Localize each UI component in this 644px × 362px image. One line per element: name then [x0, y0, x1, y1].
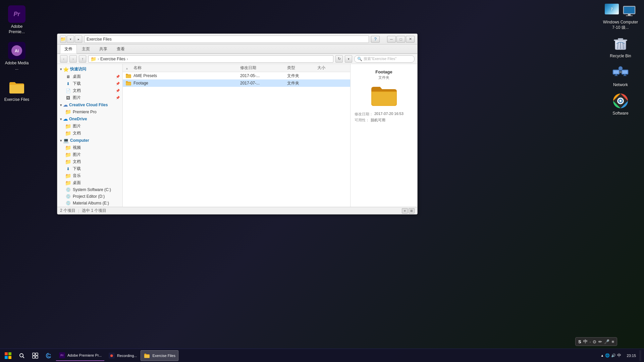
sidebar-documents[interactable]: 📄 文档 📌 [57, 87, 122, 94]
breadcrumb-bar[interactable]: 📁 › Exercise Files › [88, 55, 333, 63]
premiere-taskbar-label: Adobe Premiere Pr... [67, 353, 102, 357]
sidebar-comp-desktop[interactable]: 📁 桌面 [57, 179, 122, 186]
refresh-button[interactable]: ↻ [335, 55, 343, 63]
maximize-button[interactable]: □ [396, 36, 405, 43]
table-row[interactable]: Footage 2017-07-... 文件夹 [123, 79, 350, 87]
edge-icon [45, 352, 52, 359]
sidebar-music[interactable]: 📁 音乐 [57, 172, 122, 179]
exercise-files-desktop-icon[interactable]: Exercise Files [2, 76, 32, 105]
sidebar-drive-c[interactable]: 💿 System Software (C:) [57, 186, 122, 193]
nav-dropdown[interactable]: ▾ [345, 55, 352, 63]
col-type-header[interactable]: 类型 [287, 65, 317, 71]
clock[interactable]: 23:15 [625, 354, 637, 358]
videos-label: 视频 [73, 145, 81, 150]
comp-icon: 💻 [63, 138, 69, 143]
exercise-label: Exercise Files [4, 97, 30, 103]
close-button[interactable]: ✕ [406, 36, 415, 43]
meta-modified-row: 修改日期： 2017-07-20 16:53 [355, 112, 413, 117]
sidebar-comp-downloads[interactable]: ⬇ 下载 [57, 165, 122, 172]
adobe-media-icon[interactable]: Ai Adobe Media ... [2, 40, 32, 73]
svg-rect-37 [33, 356, 35, 358]
ime-menu[interactable]: ≡ [611, 339, 614, 344]
search-taskbar-icon [18, 352, 25, 359]
col-size-header[interactable]: 大小 [317, 65, 347, 71]
quick-access-label: 快速访问 [70, 66, 86, 72]
col-name-header[interactable]: 名称 [133, 65, 240, 71]
sort-indicator[interactable]: ▲ [125, 66, 131, 70]
taskbar-edge[interactable] [42, 350, 55, 361]
ame-date: 2017-05-... [240, 73, 287, 78]
tray-ime-cn[interactable]: 中 [617, 353, 621, 358]
adobe-premiere-icon[interactable]: Pr Adobe Premie... [2, 3, 32, 37]
sidebar-od-documents[interactable]: 📁 文档 [57, 130, 122, 137]
sidebar-od-pictures[interactable]: 📁 图片 [57, 123, 122, 130]
music-label: 音乐 [73, 173, 81, 179]
sidebar-pictures[interactable]: 🖼 图片 📌 [57, 94, 122, 101]
breadcrumb-nav-1[interactable]: ▾ [67, 36, 74, 43]
recording-taskbar-label: Recording... [117, 354, 137, 358]
ame-name: AME Presets [133, 73, 240, 78]
sidebar-comp-documents[interactable]: 📁 文档 [57, 158, 122, 165]
tray-speaker-icon[interactable]: 🔊 [611, 353, 616, 358]
sidebar-drive-d[interactable]: 💿 Project Editor (D:) [57, 193, 122, 200]
network-icon[interactable]: Network [600, 62, 641, 90]
help-button[interactable]: ? [371, 36, 380, 43]
sidebar-comp-pictures[interactable]: 📁 图片 [57, 151, 122, 158]
svg-rect-4 [628, 14, 631, 15]
quick-access-header[interactable]: ▾ ⭐ 快速访问 [57, 65, 122, 73]
table-row[interactable]: AME Presets 2017-05-... 文件夹 [123, 72, 350, 79]
col-date-header[interactable]: 修改日期 [240, 65, 287, 71]
back-button[interactable]: ‹ [60, 55, 67, 63]
show-desktop-btn[interactable] [639, 350, 641, 361]
ime-pen[interactable]: ✏ [598, 339, 602, 344]
drive-e-label: Material Albums (E:) [73, 201, 109, 205]
svg-rect-8 [614, 40, 627, 41]
creative-cloud-header[interactable]: ▾ ☁ Creative Cloud Files [57, 101, 122, 109]
sidebar-desktop[interactable]: 🖥 桌面 📌 [57, 73, 122, 80]
svg-rect-19 [624, 74, 626, 75]
preview-folder-icon [371, 84, 397, 108]
sidebar-videos[interactable]: 📁 视频 [57, 144, 122, 151]
tray-up-arrow[interactable]: ▲ [601, 354, 604, 357]
availability-value: 脱机可用 [371, 118, 385, 123]
list-view-btn[interactable]: ≡ [402, 208, 408, 214]
taskbar-exercise[interactable]: Exercise Files [141, 350, 178, 361]
ime-mic[interactable]: 🎤 [604, 339, 609, 344]
detail-view-btn[interactable]: ⊞ [409, 208, 415, 214]
folder-icon-btn[interactable]: 📁 [60, 36, 66, 43]
windows-computer-icon[interactable]: 7 Windows Computer 7-10 级... [599, 2, 642, 32]
title-bar: 📁 ▾ ▸ Exercise Files ? ─ □ ✕ [57, 34, 417, 45]
search-box[interactable]: 🔍 搜索"Exercise Files" [354, 55, 415, 63]
tab-home[interactable]: 主页 [77, 45, 94, 53]
comp-desktop-icon: 📁 [65, 180, 71, 186]
cc-chevron: ▾ [60, 103, 62, 107]
software-icon[interactable]: Software [600, 90, 641, 118]
drive-d-icon: 💿 [65, 194, 71, 199]
computer-header[interactable]: ▾ 💻 Computer [57, 137, 122, 144]
tab-view[interactable]: 查看 [112, 45, 129, 53]
sidebar-premiere-pro[interactable]: 📁 Premiere Pro [57, 109, 122, 115]
minimize-button[interactable]: ─ [387, 36, 396, 43]
ime-cn[interactable]: 中 [583, 339, 588, 345]
ime-circle[interactable]: ⊙ [593, 339, 596, 344]
onedrive-header[interactable]: ▾ ☁ OneDrive [57, 115, 122, 123]
ime-s[interactable]: S [578, 339, 581, 344]
taskbar: Pr Adobe Premiere Pr... ⏺ Recording... E… [0, 349, 644, 362]
forward-button[interactable]: › [69, 55, 77, 63]
start-button[interactable] [1, 350, 15, 362]
tab-share[interactable]: 共享 [95, 45, 112, 53]
taskbar-recording[interactable]: ⏺ Recording... [105, 350, 140, 361]
taskbar-search[interactable] [15, 350, 28, 361]
sidebar-downloads[interactable]: ⬇ 下载 📌 [57, 80, 122, 87]
sidebar-drive-e[interactable]: 💿 Material Albums (E:) [57, 200, 122, 206]
tab-file[interactable]: 文件 [60, 45, 77, 54]
recycle-bin-icon[interactable]: Recycle Bin [600, 33, 641, 61]
ime-dot[interactable]: · [590, 339, 591, 344]
svg-rect-38 [36, 356, 38, 358]
up-button[interactable]: ↑ [79, 55, 86, 63]
network-icon-img [612, 64, 629, 81]
recent-folders-btn[interactable]: ▸ [75, 36, 82, 43]
taskbar-task-view[interactable] [29, 350, 42, 361]
taskbar-premiere[interactable]: Pr Adobe Premiere Pr... [56, 350, 105, 361]
svg-text:Ai: Ai [15, 49, 19, 53]
